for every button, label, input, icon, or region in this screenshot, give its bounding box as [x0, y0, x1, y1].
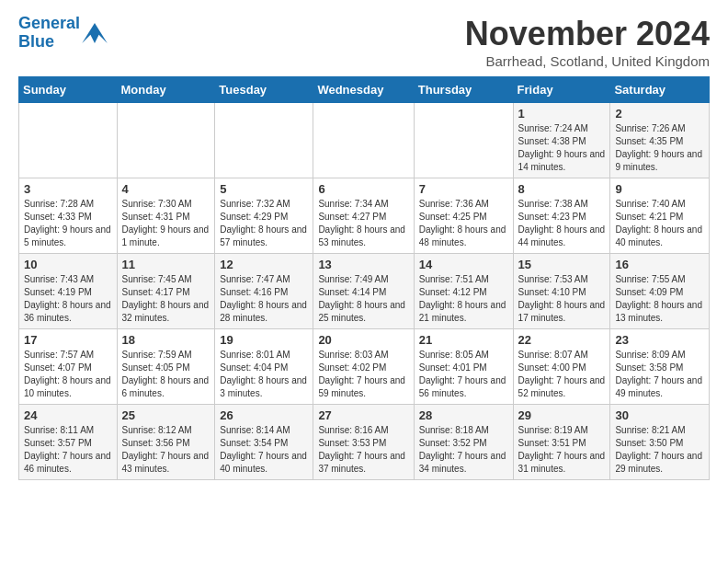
day-info: Sunrise: 8:12 AMSunset: 3:56 PMDaylight:…	[122, 424, 210, 476]
logo: General Blue	[18, 15, 108, 52]
calendar-cell: 12Sunrise: 7:47 AMSunset: 4:16 PMDayligh…	[215, 254, 313, 329]
calendar-cell: 6Sunrise: 7:34 AMSunset: 4:27 PMDaylight…	[313, 178, 414, 254]
day-info: Sunrise: 7:53 AMSunset: 4:10 PMDaylight:…	[518, 273, 606, 325]
day-info: Sunrise: 7:47 AMSunset: 4:16 PMDaylight:…	[220, 273, 308, 325]
calendar-cell	[19, 103, 118, 178]
page: General Blue November 2024 Barrhead, Sco…	[0, 0, 728, 495]
day-info: Sunrise: 8:05 AMSunset: 4:01 PMDaylight:…	[419, 349, 508, 400]
day-number: 8	[518, 182, 606, 196]
day-header-monday: Monday	[117, 77, 215, 103]
calendar-cell	[117, 103, 215, 178]
week-row-1: 1Sunrise: 7:24 AMSunset: 4:38 PMDaylight…	[19, 103, 710, 178]
calendar-cell: 14Sunrise: 7:51 AMSunset: 4:12 PMDayligh…	[414, 254, 513, 329]
day-info: Sunrise: 7:32 AMSunset: 4:29 PMDaylight:…	[220, 198, 308, 249]
day-info: Sunrise: 7:34 AMSunset: 4:27 PMDaylight:…	[318, 198, 408, 249]
day-info: Sunrise: 7:26 AMSunset: 4:35 PMDaylight:…	[615, 122, 704, 174]
calendar-header-row: SundayMondayTuesdayWednesdayThursdayFrid…	[19, 77, 710, 103]
day-info: Sunrise: 7:57 AMSunset: 4:07 PMDaylight:…	[24, 349, 112, 400]
day-info: Sunrise: 8:09 AMSunset: 3:58 PMDaylight:…	[615, 349, 704, 400]
day-header-tuesday: Tuesday	[215, 77, 313, 103]
day-number: 24	[24, 408, 112, 422]
calendar-cell: 23Sunrise: 8:09 AMSunset: 3:58 PMDayligh…	[610, 329, 710, 405]
calendar-cell: 1Sunrise: 7:24 AMSunset: 4:38 PMDaylight…	[513, 103, 610, 178]
day-info: Sunrise: 7:59 AMSunset: 4:05 PMDaylight:…	[122, 349, 210, 400]
calendar-cell: 16Sunrise: 7:55 AMSunset: 4:09 PMDayligh…	[610, 254, 710, 329]
title-block: November 2024 Barrhead, Scotland, United…	[465, 15, 710, 69]
day-number: 16	[615, 258, 704, 271]
day-info: Sunrise: 7:30 AMSunset: 4:31 PMDaylight:…	[122, 198, 210, 249]
calendar-cell	[215, 103, 313, 178]
calendar-cell: 30Sunrise: 8:21 AMSunset: 3:50 PMDayligh…	[610, 405, 710, 480]
logo-icon	[82, 23, 108, 43]
calendar-cell: 28Sunrise: 8:18 AMSunset: 3:52 PMDayligh…	[414, 405, 513, 480]
calendar-cell: 24Sunrise: 8:11 AMSunset: 3:57 PMDayligh…	[19, 405, 118, 480]
week-row-4: 17Sunrise: 7:57 AMSunset: 4:07 PMDayligh…	[19, 329, 710, 405]
day-info: Sunrise: 7:43 AMSunset: 4:19 PMDaylight:…	[24, 273, 112, 325]
day-info: Sunrise: 8:07 AMSunset: 4:00 PMDaylight:…	[518, 349, 606, 400]
day-number: 25	[122, 408, 210, 422]
day-number: 12	[220, 258, 308, 271]
day-info: Sunrise: 7:38 AMSunset: 4:23 PMDaylight:…	[518, 198, 606, 249]
day-header-saturday: Saturday	[610, 77, 710, 103]
week-row-2: 3Sunrise: 7:28 AMSunset: 4:33 PMDaylight…	[19, 178, 710, 254]
day-number: 7	[419, 182, 508, 196]
day-info: Sunrise: 8:19 AMSunset: 3:51 PMDaylight:…	[518, 424, 606, 476]
calendar-cell: 19Sunrise: 8:01 AMSunset: 4:04 PMDayligh…	[215, 329, 313, 405]
day-info: Sunrise: 7:49 AMSunset: 4:14 PMDaylight:…	[318, 273, 408, 325]
calendar-cell: 29Sunrise: 8:19 AMSunset: 3:51 PMDayligh…	[513, 405, 610, 480]
calendar-cell: 8Sunrise: 7:38 AMSunset: 4:23 PMDaylight…	[513, 178, 610, 254]
day-number: 6	[318, 182, 408, 196]
day-info: Sunrise: 7:55 AMSunset: 4:09 PMDaylight:…	[615, 273, 704, 325]
logo-text: General Blue	[18, 15, 80, 52]
day-info: Sunrise: 7:36 AMSunset: 4:25 PMDaylight:…	[419, 198, 508, 249]
svg-marker-0	[82, 23, 108, 43]
week-row-3: 10Sunrise: 7:43 AMSunset: 4:19 PMDayligh…	[19, 254, 710, 329]
calendar-cell: 26Sunrise: 8:14 AMSunset: 3:54 PMDayligh…	[215, 405, 313, 480]
calendar-cell: 9Sunrise: 7:40 AMSunset: 4:21 PMDaylight…	[610, 178, 710, 254]
calendar-cell: 20Sunrise: 8:03 AMSunset: 4:02 PMDayligh…	[313, 329, 414, 405]
calendar-cell: 11Sunrise: 7:45 AMSunset: 4:17 PMDayligh…	[117, 254, 215, 329]
day-number: 1	[518, 107, 606, 121]
calendar-cell: 5Sunrise: 7:32 AMSunset: 4:29 PMDaylight…	[215, 178, 313, 254]
day-number: 19	[220, 333, 308, 347]
day-number: 3	[24, 182, 112, 196]
month-title: November 2024	[465, 15, 710, 53]
day-number: 23	[615, 333, 704, 347]
calendar-cell: 7Sunrise: 7:36 AMSunset: 4:25 PMDaylight…	[414, 178, 513, 254]
day-number: 5	[220, 182, 308, 196]
day-info: Sunrise: 7:28 AMSunset: 4:33 PMDaylight:…	[24, 198, 112, 249]
calendar-cell	[313, 103, 414, 178]
day-number: 30	[615, 408, 704, 422]
calendar-cell: 18Sunrise: 7:59 AMSunset: 4:05 PMDayligh…	[117, 329, 215, 405]
location: Barrhead, Scotland, United Kingdom	[465, 53, 710, 69]
calendar-table: SundayMondayTuesdayWednesdayThursdayFrid…	[18, 76, 710, 480]
day-number: 9	[615, 182, 704, 196]
day-number: 28	[419, 408, 508, 422]
calendar-cell: 13Sunrise: 7:49 AMSunset: 4:14 PMDayligh…	[313, 254, 414, 329]
calendar-cell	[414, 103, 513, 178]
day-number: 14	[419, 258, 508, 271]
calendar-cell: 10Sunrise: 7:43 AMSunset: 4:19 PMDayligh…	[19, 254, 118, 329]
day-number: 22	[518, 333, 606, 347]
calendar-cell: 15Sunrise: 7:53 AMSunset: 4:10 PMDayligh…	[513, 254, 610, 329]
day-info: Sunrise: 8:16 AMSunset: 3:53 PMDaylight:…	[318, 424, 408, 476]
week-row-5: 24Sunrise: 8:11 AMSunset: 3:57 PMDayligh…	[19, 405, 710, 480]
day-number: 13	[318, 258, 408, 271]
day-info: Sunrise: 8:03 AMSunset: 4:02 PMDaylight:…	[318, 349, 408, 400]
day-number: 29	[518, 408, 606, 422]
calendar-cell: 3Sunrise: 7:28 AMSunset: 4:33 PMDaylight…	[19, 178, 118, 254]
day-info: Sunrise: 8:11 AMSunset: 3:57 PMDaylight:…	[24, 424, 112, 476]
day-info: Sunrise: 7:51 AMSunset: 4:12 PMDaylight:…	[419, 273, 508, 325]
day-number: 21	[419, 333, 508, 347]
day-number: 10	[24, 258, 112, 271]
calendar-cell: 22Sunrise: 8:07 AMSunset: 4:00 PMDayligh…	[513, 329, 610, 405]
day-info: Sunrise: 7:40 AMSunset: 4:21 PMDaylight:…	[615, 198, 704, 249]
day-number: 2	[615, 107, 704, 121]
day-number: 15	[518, 258, 606, 271]
day-header-friday: Friday	[513, 77, 610, 103]
header: General Blue November 2024 Barrhead, Sco…	[18, 15, 710, 69]
day-number: 17	[24, 333, 112, 347]
calendar-cell: 4Sunrise: 7:30 AMSunset: 4:31 PMDaylight…	[117, 178, 215, 254]
day-number: 4	[122, 182, 210, 196]
calendar-cell: 17Sunrise: 7:57 AMSunset: 4:07 PMDayligh…	[19, 329, 118, 405]
